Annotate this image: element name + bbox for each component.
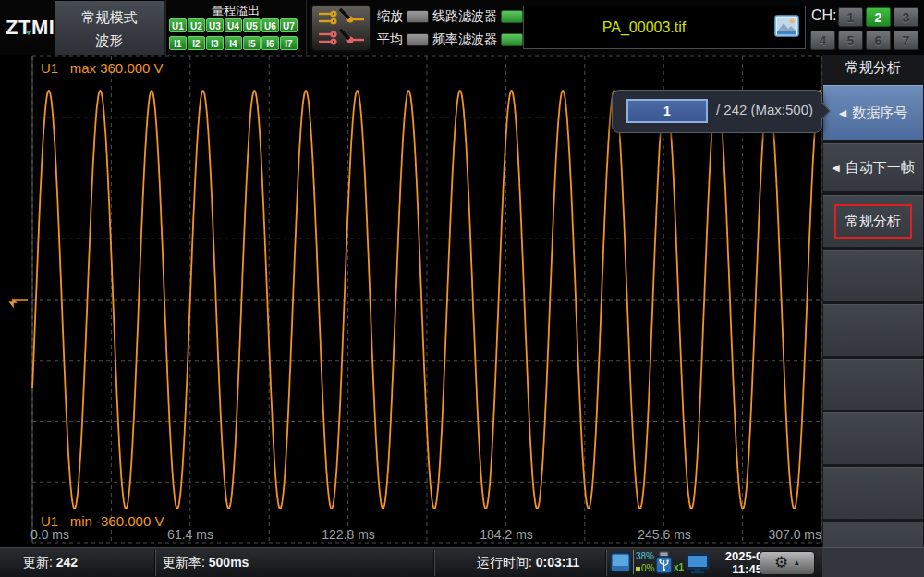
sidebar-item-label: 数据序号 [852,104,907,122]
zoom-label: 缩放 [377,8,403,25]
storage-icon [610,552,631,572]
sidebar-corner-panel [822,547,924,577]
ch-button-7[interactable]: 7 [894,31,918,50]
filters-panel: 缩放 线路滤波器 平均 频率滤波器 [377,0,517,55]
x-tick-0: 0.0 ms [30,527,69,542]
mode-label: 常规模式 [55,9,164,27]
sidebar-item-empty[interactable] [823,467,923,520]
range-overflow-title: 量程溢出 [166,3,305,19]
runtime-value: 0:03:11 [536,555,579,570]
triangle-up-icon: ▲ [793,559,800,567]
i6-badge: I6 [261,36,279,50]
ch-button-5[interactable]: 5 [838,31,863,50]
rate-value: 500ms [209,555,249,570]
update-count: 更新: 242 [23,555,78,571]
u2-badge: U2 [188,18,205,32]
sidebar-item-empty[interactable] [823,412,923,465]
range-overflow-panel: 量程溢出 U1 U2 U3 U4 U5 U6 U7 I1 I2 I3 I4 I5… [166,0,305,55]
x-tick-5: 307.0 ms [768,527,821,542]
channel-selector: CH: 1 2 3 4 5 6 7 [808,0,924,55]
data-index-tooltip: 1 / 242 (Max:500) [612,90,822,133]
runtime: 运行时间: 0:03:11 [477,555,579,571]
image-file-icon[interactable] [774,15,799,37]
wiring-mode-button[interactable] [310,4,371,52]
i4-badge: I4 [225,36,242,50]
brand-logo: ZTMI [6,13,54,43]
storage-usage: 38% 0% [633,550,654,574]
zoom-indicator[interactable] [407,10,429,23]
ch-button-3[interactable]: 3 [894,7,918,27]
sidebar-item-label: 自动下一帧 [845,159,915,177]
gear-icon: ⚙ [774,554,788,571]
rate-label: 更新率: [163,555,205,570]
zero-level-marker [10,300,28,306]
sidebar-menu: 常规分析 ◀ 数据序号 ◀ 自动下一帧 常规分析 [822,55,924,577]
wiring-icon [312,6,370,50]
data-index-max-text: / 242 (Max:500) [716,102,813,117]
ch-button-4[interactable]: 4 [810,31,835,50]
update-rate: 更新率: 500ms [163,555,249,571]
u1-badge: U1 [169,18,187,32]
sidebar-item-auto-next-frame[interactable]: ◀ 自动下一帧 [823,143,923,192]
i1-badge: I1 [169,36,187,50]
average-indicator[interactable] [407,33,429,46]
highlight-box: 常规分析 [834,204,912,239]
x-tick-1: 61.4 ms [167,527,213,542]
sidebar-item-empty[interactable] [823,304,923,357]
ch-button-6[interactable]: 6 [866,31,891,50]
logo-accent-triangle [25,31,32,35]
mode-panel[interactable]: 常规模式 波形 [55,1,165,55]
sidebar-title: 常规分析 [822,59,924,77]
divider [155,550,156,576]
status-bar: 更新: 242 更新率: 500ms 运行时间: 0:03:11 38% 0% [0,547,822,577]
settings-button[interactable]: ⚙▲ [760,551,815,575]
filename-text: PA_00003.tif [524,6,764,48]
data-index-input[interactable]: 1 [626,99,708,123]
update-value: 242 [56,555,78,570]
u6-badge: U6 [261,18,279,32]
line-filter-indicator[interactable] [501,10,523,23]
freq-filter-indicator[interactable] [501,33,523,46]
current-channel-badges: I1 I2 I3 I4 I5 I6 I7 [169,36,298,50]
sidebar-item-normal-analysis[interactable]: 常规分析 [823,195,923,248]
ch-button-2[interactable]: 2 [866,7,891,27]
i7-badge: I7 [280,36,298,50]
brand-logo-text: ZTMI [6,16,55,39]
x-tick-4: 245.6 ms [638,527,691,542]
u4-badge: U4 [225,18,242,32]
sidebar-item-data-index[interactable]: ◀ 数据序号 [823,85,923,141]
u3-badge: U3 [206,18,224,32]
runtime-label: 运行时间: [477,555,532,570]
i2-badge: I2 [188,36,205,50]
freq-filter-label: 频率滤波器 [432,31,497,48]
x-tick-3: 184.2 ms [480,527,533,542]
i3-badge: I3 [206,36,224,50]
divider [606,550,607,576]
network-display-icon [686,553,710,574]
usb-multiplier: x1 [674,562,684,572]
storage-percent-top: 38% [636,550,654,562]
sidebar-item-empty[interactable] [823,359,923,411]
x-tick-2: 122.8 ms [322,527,375,542]
u7-badge: U7 [280,18,298,32]
top-bar: ZTMI 常规模式 波形 量程溢出 U1 U2 U3 U4 U5 U6 U7 I… [0,0,924,56]
update-label: 更新: [23,555,53,570]
power-analyzer-screen: ZTMI 常规模式 波形 量程溢出 U1 U2 U3 U4 U5 U6 U7 I… [0,0,924,577]
average-label: 平均 [377,31,403,48]
storage-percent-bottom: 0% [636,562,654,574]
u5-badge: U5 [243,18,261,32]
chevron-left-icon: ◀ [832,162,839,174]
voltage-channel-badges: U1 U2 U3 U4 U5 U6 U7 [169,18,298,32]
u1-max-label: U1 max 360.000 V [41,60,164,76]
line-filter-label: 线路滤波器 [432,8,497,25]
usb-icon [654,551,674,574]
sidebar-item-empty[interactable] [823,250,923,302]
chevron-left-icon: ◀ [839,107,846,119]
divider [434,550,435,576]
i5-badge: I5 [243,36,261,50]
ch-button-1[interactable]: 1 [838,7,863,27]
divider [306,0,307,55]
ch-label: CH: [811,7,837,24]
filename-display[interactable]: PA_00003.tif [523,6,806,49]
view-label: 波形 [55,32,164,50]
